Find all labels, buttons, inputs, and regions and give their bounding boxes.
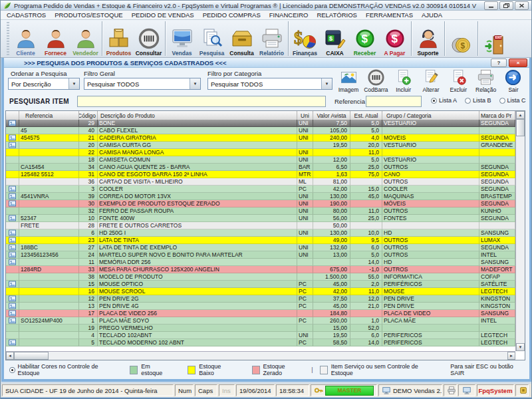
toolbar-button-suporte[interactable]: Suporte (413, 20, 443, 57)
menu-item-produtos-estoque[interactable]: PRODUTOS/ESTOQUE (55, 11, 123, 19)
table-row[interactable]: 12PEN DRIVE 2GPC37,5012,0PEN DRIVEKINGST… (6, 295, 515, 303)
table-row[interactable]: FRETE28FRETE E OUTROS CARRETOS50,00 (6, 222, 515, 229)
table-row[interactable]: 5TECLADO MODERNO 102 ABNTPC58,5014,0PERI… (6, 339, 515, 346)
column-header-c-digo[interactable]: Código (79, 111, 98, 120)
vscroll-thumb[interactable] (516, 119, 525, 136)
column-header-grupo-categoria[interactable]: Grupo / Categoria (382, 111, 479, 120)
menu-item-financeiro[interactable]: FINANCEIRO (269, 11, 309, 19)
menu-item-relat-rios[interactable]: RELATÓRIOS (317, 11, 357, 19)
table-row[interactable]: 125482 551231CANO DE ESGOTO BARRA 150 2ª… (6, 171, 515, 178)
table-row[interactable]: 5234710FONTE 400WUNI56,0025,0FONTESSEGUN… (6, 215, 515, 222)
table-row[interactable]: 45457521CADEIRA GIRATORIAUNI240,004,0MOV… (6, 134, 515, 142)
table-row[interactable]: CA1545434CANO AGUA QUENTE 25 - BARRABAR6… (6, 164, 515, 171)
table-row[interactable]: 36CARTAO DE VISITA - MILHEIROML81,00OUTR… (6, 178, 515, 186)
table-row[interactable]: 18CAMISETA COMUNUNI12,005,0VESTUARIO (6, 156, 515, 164)
action-button-codbarra[interactable]: CodBarra (362, 59, 389, 93)
cell-valor-avista: 675,00 (313, 266, 350, 273)
column-header-descri-o-do-produto[interactable]: Descrição do Produto (98, 111, 297, 120)
table-row[interactable]: 32FERRO DE PASSAR ROUPAUNI80,0011,0OUTRO… (6, 207, 515, 215)
scroll-right-icon[interactable]: ► (507, 352, 515, 360)
cell-image (6, 215, 19, 222)
table-row[interactable]: 17PLACA DE VIDEO 256184,80PLACA DE VIDEO… (6, 310, 515, 317)
table-row[interactable]: 22CAMISA MANGA LONGAUNI11,0 (6, 149, 515, 156)
minimize-button[interactable] (484, 1, 498, 10)
horizontal-scrollbar[interactable]: ◄ ► (6, 351, 515, 360)
toolbar-button-a-pagar[interactable]: $A Pagar (380, 20, 410, 57)
cell-referencia: 45 (19, 127, 79, 134)
table-row[interactable]: 30EXEMPLO DE PRODUTO ESTOQUE ZERADOUNI19… (6, 200, 515, 207)
filtro-categoria-combobox[interactable]: Pesquisar TODOS ▼ (207, 78, 332, 90)
menu-item-pedido-de-vendas[interactable]: PEDIDO DE VENDAS (132, 11, 194, 19)
radio-lista-b[interactable]: Lista B (465, 97, 491, 104)
column-header-uni[interactable]: Uni (297, 111, 313, 120)
toolbar-button-cliente[interactable]: Cliente (11, 20, 41, 57)
scroll-left-icon[interactable]: ◄ (6, 352, 14, 360)
cell-marca: LEGTECH (479, 339, 515, 346)
toolbar-button-finan-as[interactable]: $Finanças (290, 20, 320, 57)
scroll-down-icon[interactable]: ▼ (516, 343, 525, 351)
table-row[interactable]: 19PREGO VERMELHO15,0052,0 (6, 325, 515, 332)
restore-button[interactable] (499, 1, 513, 10)
table-row[interactable]: 38MODELO DE PRODUTO1.500,0055,0INFORMATI… (6, 273, 515, 281)
table-row[interactable]: 4TECLADO 102ABNTUNI19,506,0PERIFERICOSLE… (6, 332, 515, 339)
cell-grupo: FONTES (382, 215, 479, 222)
toolbar-button-produtos[interactable]: Produtos (104, 20, 134, 57)
vertical-scrollbar[interactable]: ▲ ▼ (515, 111, 525, 351)
menu-item-pedido-compras[interactable]: PEDIDO COMPRAS (203, 11, 261, 19)
filtro-geral-combobox[interactable]: Pesquisar TODOS ▼ (84, 78, 201, 90)
action-button-incluir[interactable]: Incluir (390, 59, 417, 93)
menu-item-ajuda[interactable]: AJUDA (422, 11, 442, 19)
menu-item-cadastros[interactable]: CADASTROS (7, 11, 46, 19)
action-button-imagem[interactable]: Imagem (335, 59, 362, 93)
table-row[interactable]: 4541VNRA39CORREA DO MOTOR 13VXUNI130,004… (6, 193, 515, 200)
column-header-valor-avista[interactable]: Valor Avista (313, 111, 350, 120)
table-row[interactable]: 3COOLERPC42,0015,0COOLERSEGUNDA (6, 186, 515, 193)
close-button[interactable] (515, 1, 529, 10)
table-row[interactable]: 188BC27LATA DE TINTA DE EXEMPLOUNI132,60… (6, 244, 515, 251)
scroll-up-icon[interactable]: ▲ (516, 111, 525, 119)
cell-estoque-atual: 14,0 (350, 259, 382, 266)
table-row[interactable]: 6HD 250G IUNI130,0010,0HDSANSUNG (6, 229, 515, 237)
cell-estoque-atual: 6,0 (350, 244, 382, 251)
menu-item-ferramentas[interactable]: FERRAMENTAS (366, 11, 413, 19)
toolbar-button-coin[interactable]: $ (446, 20, 476, 57)
table-row[interactable]: 15MOUSE OPTICOPC45,002,0PERIFÉRICOSSATÉL… (6, 281, 515, 288)
table-row[interactable]: 23LATA DE TINTA49,009,5OUTROSLUMAX (6, 237, 515, 244)
toolbar-button-vendedor[interactable]: Vendedor (70, 20, 100, 57)
table-row[interactable]: 16MOUSE SCROOLPC42,0011,0MOUSELEGTECH (6, 288, 515, 295)
table-row[interactable]: SO12524MP4001PLACA MÃE SOYOPC260,001,0PL… (6, 317, 515, 325)
stock-colors-toggle[interactable]: Habilitar Cores no Controle de Estoque (9, 363, 115, 376)
toolbar-button-caixa[interactable]: $CAIXA (320, 20, 350, 57)
action-button-rela-o[interactable]: Relação (473, 59, 499, 93)
table-row[interactable]: 20CAMISA CURTA GG19,5020,0VESTUARIOGRAND… (6, 142, 515, 149)
toolbar-button-relat-rio[interactable]: Relatório (257, 20, 287, 57)
referencia-input[interactable] (366, 96, 422, 107)
ordenar-combobox[interactable]: Por Descrição ▼ (8, 78, 80, 90)
toolbar-button-receber[interactable]: $Receber (350, 20, 380, 57)
cell-descricao: MEMÓRIA DDR 256 (98, 259, 297, 266)
radio-lista-c[interactable]: Lista C (499, 97, 526, 104)
column-header-icon[interactable] (6, 111, 19, 120)
status-segment-fpqsystem: FpqSystem (477, 384, 514, 396)
table-row[interactable]: 4540CABO FLEXELUNI105,005,0 (6, 127, 515, 134)
toolbar-button-fornece[interactable]: Fornece (41, 20, 70, 57)
toolbar-button-exit-door[interactable]: EXIT (479, 20, 509, 57)
pesquisar-item-input[interactable] (77, 96, 326, 107)
toolbar-button-consulta[interactable]: Consulta (227, 20, 257, 57)
table-row[interactable]: 13PEN DRIVE 4GPC45,0021,0PEN DRIVEKINGST… (6, 303, 515, 310)
table-row[interactable]: 29BONEUNI7,505,0VESTUARIOSEGUNDA (6, 120, 515, 127)
toolbar-button-consultar[interactable]: Consultar (134, 20, 164, 57)
column-header-referencia[interactable]: Referencia (19, 111, 79, 120)
hscroll-thumb[interactable] (14, 352, 49, 360)
action-button-sair[interactable]: Sair (500, 59, 527, 93)
column-header-marca-do-pr[interactable]: Marca do Pr (479, 111, 515, 120)
table-row[interactable]: 1284RD33MESA PARA CHURRASCO 125X200 ANGE… (6, 266, 515, 273)
toolbar-button-pesquisa[interactable]: Pesquisa (197, 20, 227, 57)
radio-lista-a[interactable]: Lista A (431, 97, 457, 104)
column-header-est-atual[interactable]: Est. Atual (350, 111, 382, 120)
table-row[interactable]: 11MEMÓRIA DDR 25614,0HDSANSUNG (6, 259, 515, 266)
toolbar-button-vendas[interactable]: Vendas (167, 20, 197, 57)
action-button-excluir[interactable]: Excluir (445, 59, 471, 93)
action-button-alterar[interactable]: Alterar (418, 59, 444, 93)
table-row[interactable]: 12345612345624MARTELO SUPER NOVO E BONIT… (6, 251, 515, 259)
